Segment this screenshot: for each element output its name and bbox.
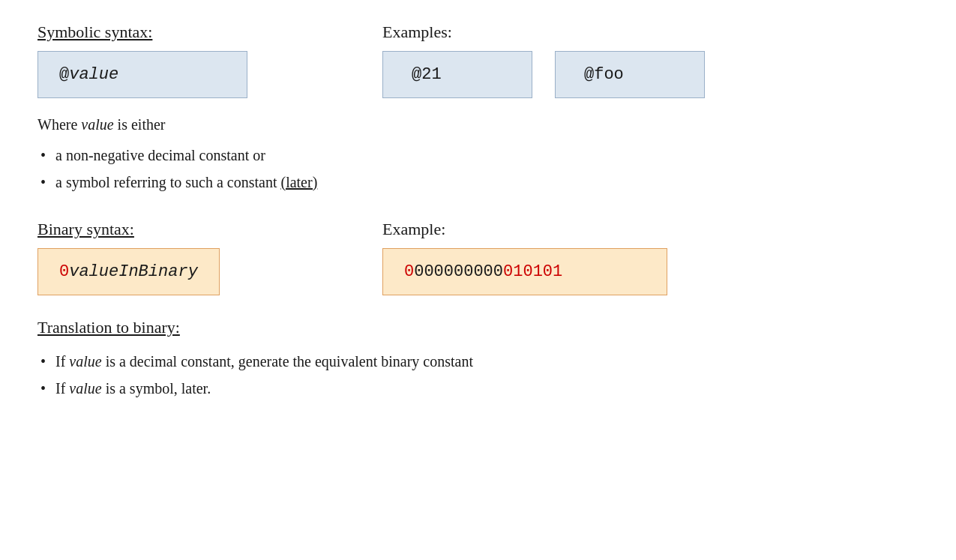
translation-title: Translation to binary: [37, 318, 919, 337]
later-link[interactable]: (later) [280, 174, 317, 190]
at-sign: @ [59, 65, 69, 84]
example-1-text: @21 [412, 65, 442, 84]
symbolic-description: Where value is either a non-negative dec… [37, 112, 382, 196]
translation-section: Translation to binary: If value is a dec… [37, 318, 919, 402]
binary-example-box: 0000000000010101 [382, 248, 667, 295]
trans-1-prefix: If [55, 353, 65, 370]
translation-bullets: If value is a decimal constant, generate… [37, 348, 919, 402]
symbolic-syntax-title: Symbolic syntax: [37, 22, 382, 42]
example-box-2: @foo [555, 51, 705, 98]
binary-prefix: 0 [59, 262, 69, 281]
translation-bullet-2: If value is a symbol, later. [37, 375, 919, 402]
value-text: value [69, 65, 118, 84]
binary-example-label: Example: [382, 220, 919, 239]
trans-2-prefix: If [55, 380, 65, 397]
symbolic-syntax-box: @value [37, 51, 247, 98]
bullet-2: a symbol referring to such a constant (l… [37, 169, 382, 196]
value-italic: value [81, 116, 113, 133]
trans-1-rest: is a decimal constant, generate the equi… [102, 353, 473, 370]
description-intro: Where value is either [37, 112, 382, 137]
example-box-1: @21 [382, 51, 532, 98]
example-2-text: @foo [584, 65, 624, 84]
trans-1-value: value [69, 353, 101, 370]
binary-syntax-title: Binary syntax: [37, 220, 382, 239]
examples-title: Examples: [382, 22, 919, 42]
binary-example-prefix: 0 [404, 262, 414, 281]
trans-2-rest: is a symbol, later. [102, 380, 211, 397]
binary-digits-red: 010101 [503, 262, 562, 281]
trans-2-value: value [69, 380, 101, 397]
translation-bullet-1: If value is a decimal constant, generate… [37, 348, 919, 375]
binary-syntax-box: 0valueInBinary [37, 248, 220, 295]
bullet-1: a non-negative decimal constant or [37, 142, 382, 169]
symbolic-bullets: a non-negative decimal constant or a sym… [37, 142, 382, 196]
binary-value-text: valueInBinary [69, 262, 198, 281]
binary-digits-black: 000000000 [414, 262, 503, 281]
